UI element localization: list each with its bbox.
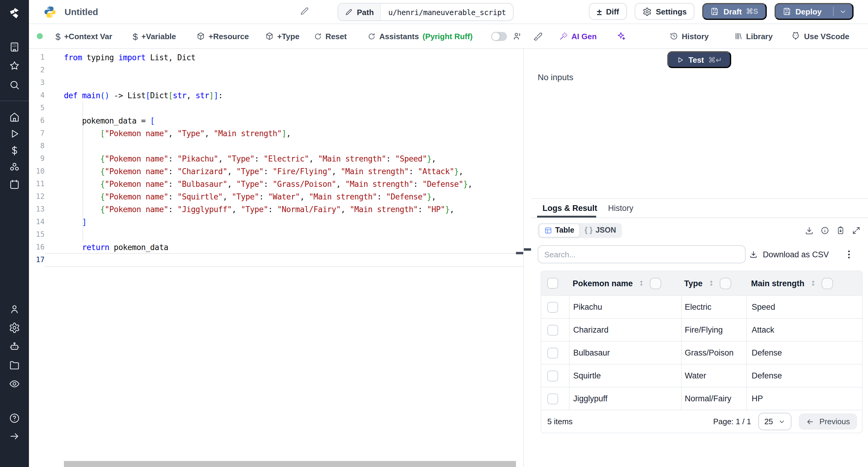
code-line[interactable]: {"Pokemon name": "Squirtle", "Type": "Wa… <box>64 190 523 203</box>
row-checkbox[interactable] <box>547 302 558 312</box>
sidebar-item-dollar-icon[interactable] <box>9 145 20 156</box>
ai-gen-button[interactable]: AI Gen <box>559 32 597 41</box>
column-header-pokemon-name[interactable]: Pokemon name <box>572 279 633 288</box>
page-size-select[interactable]: 25 <box>758 413 792 430</box>
code-line[interactable] <box>64 102 523 115</box>
code-line[interactable]: def main() -> List[Dict[str, str]]: <box>64 89 523 102</box>
column-header-main-strength[interactable]: Main strength <box>751 279 804 288</box>
draft-button[interactable]: Draft ⌘S <box>703 3 767 20</box>
sidebar-item-gear-icon[interactable] <box>9 322 20 334</box>
format-brush-icon[interactable] <box>533 32 542 41</box>
horizontal-scrollbar[interactable] <box>64 461 516 467</box>
sort-icon[interactable] <box>638 280 645 287</box>
sidebar-item-calendar-icon[interactable] <box>9 179 20 190</box>
column-toggle-checkbox[interactable] <box>719 278 731 289</box>
column-header-type[interactable]: Type <box>684 279 703 288</box>
tab-history[interactable]: History <box>603 199 639 218</box>
sidebar-item-home-icon[interactable] <box>9 111 20 123</box>
sidebar-item-cubes-icon[interactable] <box>9 162 20 173</box>
view-json-option[interactable]: { } JSON <box>580 224 621 237</box>
sidebar-item-eye-icon[interactable] <box>9 378 20 390</box>
path-field[interactable]: Path u/henri/maneuverable_script <box>338 3 514 21</box>
table-row[interactable]: PikachuElectricSpeed <box>541 295 862 318</box>
search-input[interactable] <box>538 245 746 263</box>
braces-icon: { } <box>584 226 592 235</box>
test-label: Test <box>688 55 704 64</box>
code-line[interactable] <box>64 254 523 266</box>
add-variable-button[interactable]: $ +Variable <box>133 32 176 41</box>
select-all-checkbox[interactable] <box>547 278 558 289</box>
reset-button[interactable]: Reset <box>314 32 347 41</box>
previous-page-button[interactable]: Previous <box>799 413 857 430</box>
code-line[interactable]: {"Pokemon name": "Charizard", "Type": "F… <box>64 165 523 178</box>
splitter-handle[interactable] <box>524 248 532 251</box>
table-menu-kebab-icon[interactable]: ⋮ <box>844 249 854 260</box>
use-vscode-label: Use VScode <box>804 32 849 41</box>
code-line[interactable]: from typing import List, Dict <box>64 51 523 64</box>
use-vscode-button[interactable]: Use VScode <box>791 31 849 41</box>
row-checkbox[interactable] <box>547 347 558 358</box>
collab-toggle[interactable] <box>491 32 507 41</box>
code-line[interactable] <box>64 64 523 76</box>
topbar: Untitled Path u/henri/maneuverable_scrip… <box>29 0 868 24</box>
code-line[interactable]: {"Pokemon name": "Pikachu", "Type": "Ele… <box>64 152 523 165</box>
sidebar-item-user-icon[interactable] <box>9 303 20 315</box>
code-line[interactable]: {"Pokemon name": "Bulbasaur", "Type": "G… <box>64 178 523 190</box>
row-checkbox[interactable] <box>547 324 558 335</box>
code-line[interactable] <box>64 140 523 152</box>
add-type-button[interactable]: +Type <box>265 32 300 41</box>
tab-logs-result[interactable]: Logs & Result <box>537 199 603 218</box>
code-line[interactable]: pokemon_data = [ <box>64 115 523 127</box>
code-line[interactable] <box>64 228 523 241</box>
sidebar-item-help-icon[interactable] <box>9 412 20 424</box>
copy-clipboard-icon[interactable] <box>836 226 845 235</box>
edit-title-pencil-icon[interactable] <box>300 7 309 16</box>
user-presence-icon[interactable] <box>513 31 522 41</box>
diff-button[interactable]: ± Diff <box>589 3 627 20</box>
column-toggle-checkbox[interactable] <box>650 278 661 289</box>
add-resource-button[interactable]: +Resource <box>196 32 249 41</box>
sidebar-item-building-icon[interactable] <box>9 41 20 53</box>
code-line[interactable]: ] <box>64 216 523 228</box>
history-label: History <box>682 32 709 41</box>
deploy-dropdown[interactable] <box>833 7 852 16</box>
add-context-var-button[interactable]: $ +Context Var <box>56 32 112 41</box>
sort-icon[interactable] <box>707 280 715 287</box>
library-button[interactable]: Library <box>734 32 773 41</box>
row-checkbox[interactable] <box>547 370 558 381</box>
code-line[interactable]: ["Pokemon name", "Type", "Main strength"… <box>64 127 523 140</box>
test-button[interactable]: Test ⌘↵ <box>667 51 731 68</box>
history-clock-icon <box>670 32 678 40</box>
settings-button[interactable]: Settings <box>635 3 695 20</box>
column-toggle-checkbox[interactable] <box>821 278 833 289</box>
assistants-button[interactable]: Assistants (Pyright Ruff) <box>368 32 472 41</box>
sidebar-item-star-icon[interactable] <box>9 60 20 71</box>
table-cell: Charizard <box>569 319 681 341</box>
deploy-button[interactable]: Deploy <box>774 3 854 20</box>
sidebar-item-search-icon[interactable] <box>9 79 20 91</box>
table-cell: Pikachu <box>569 296 681 318</box>
table-row[interactable]: BulbasaurGrass/PoisonDefense <box>541 341 862 364</box>
table-row[interactable]: SquirtleWaterDefense <box>541 364 862 387</box>
sparkles-icon[interactable] <box>616 31 626 41</box>
info-icon[interactable] <box>820 226 830 235</box>
code-line[interactable]: {"Pokemon name": "Jigglypuff", "Type": "… <box>64 203 523 216</box>
view-table-option[interactable]: Table <box>539 223 580 237</box>
sidebar-item-folder-icon[interactable] <box>9 360 20 371</box>
code-editor[interactable]: 1234567891011121314151617 from typing im… <box>29 49 523 467</box>
sidebar-item-arrow-right-icon[interactable] <box>9 431 20 442</box>
code-line[interactable] <box>64 76 523 89</box>
download-result-icon[interactable] <box>805 226 814 235</box>
code-line[interactable]: return pokemon_data <box>64 241 523 254</box>
windmill-logo-icon[interactable] <box>7 6 22 21</box>
sidebar-item-robot-icon[interactable] <box>9 341 20 352</box>
history-button[interactable]: History <box>670 32 709 41</box>
table-row[interactable]: JigglypuffNormal/FairyHP <box>541 387 862 410</box>
table-row[interactable]: CharizardFire/FlyingAttack <box>541 318 862 341</box>
download-csv-button[interactable]: Download as CSV <box>749 250 829 259</box>
sort-icon[interactable] <box>809 280 816 287</box>
expand-icon[interactable] <box>852 226 861 235</box>
sidebar-item-play-icon[interactable] <box>9 128 20 139</box>
row-checkbox[interactable] <box>547 393 558 404</box>
path-value[interactable]: u/henri/maneuverable_script <box>381 7 513 17</box>
